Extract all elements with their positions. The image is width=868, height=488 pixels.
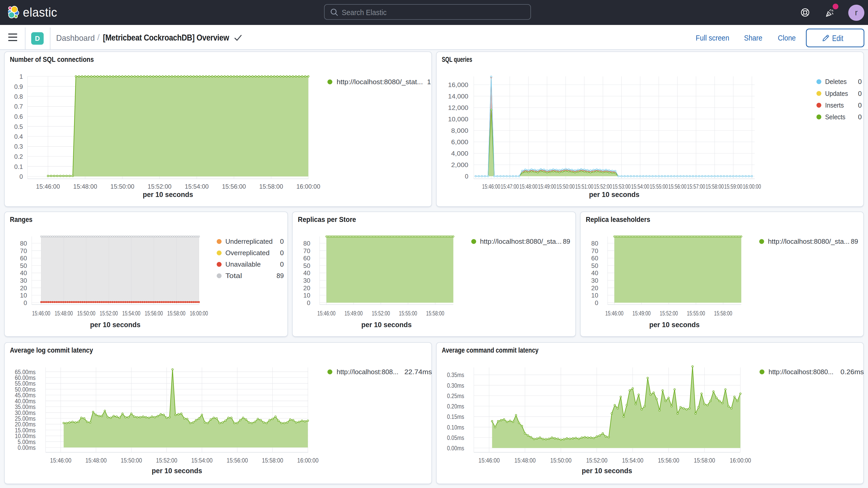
svg-text:0: 0 [307, 299, 310, 306]
svg-text:0: 0 [465, 173, 468, 180]
svg-text:15:50:00: 15:50:00 [557, 183, 575, 190]
svg-text:30: 30 [20, 277, 27, 284]
svg-text:16,000: 16,000 [448, 81, 468, 88]
svg-text:80: 80 [20, 240, 27, 247]
svg-text:0.5: 0.5 [14, 123, 23, 130]
svg-text:0.20ms: 0.20ms [447, 403, 464, 410]
svg-text:http://localhost:8080/_sta...: http://localhost:8080/_sta... [480, 238, 562, 245]
svg-text:0: 0 [858, 78, 862, 86]
svg-text:0: 0 [595, 299, 598, 306]
svg-text:Deletes: Deletes [825, 78, 847, 86]
svg-text:per 10 seconds: per 10 seconds [589, 191, 640, 199]
svg-text:15:57:00: 15:57:00 [687, 183, 705, 190]
svg-text:2,000: 2,000 [451, 161, 468, 169]
svg-text:15:54:00: 15:54:00 [122, 310, 140, 317]
svg-text:15:50:00: 15:50:00 [111, 183, 134, 190]
svg-text:per 10 seconds: per 10 seconds [582, 467, 632, 475]
svg-text:15:54:00: 15:54:00 [185, 183, 209, 190]
svg-text:Underreplicated: Underreplicated [225, 238, 273, 245]
svg-text:15:52:00: 15:52:00 [156, 457, 177, 464]
svg-text:0.26ms: 0.26ms [840, 368, 864, 376]
svg-text:0.05ms: 0.05ms [447, 434, 464, 441]
svg-text:0.7: 0.7 [14, 103, 23, 110]
svg-text:30: 30 [303, 277, 310, 284]
svg-text:0: 0 [24, 299, 27, 306]
svg-text:0: 0 [280, 261, 284, 268]
svg-text:Average log commit latency: Average log commit latency [10, 346, 93, 354]
svg-text:40: 40 [303, 270, 310, 276]
svg-text:89: 89 [851, 238, 858, 245]
svg-text:Inserts: Inserts [825, 101, 844, 109]
svg-text:60: 60 [20, 255, 27, 262]
svg-text:50: 50 [303, 262, 310, 269]
svg-text:Selects: Selects [825, 113, 845, 121]
svg-text:8,000: 8,000 [451, 127, 468, 134]
svg-text:0.4: 0.4 [14, 133, 23, 140]
svg-text:15:56:00: 15:56:00 [658, 457, 679, 464]
svg-text:0.8: 0.8 [14, 93, 23, 100]
svg-text:15:58:00: 15:58:00 [262, 457, 283, 464]
svg-text:15:52:00: 15:52:00 [659, 310, 678, 317]
svg-text:15:49:00: 15:49:00 [345, 310, 363, 317]
svg-text:Ranges: Ranges [10, 215, 32, 223]
svg-text:15:48:00: 15:48:00 [85, 457, 106, 464]
svg-text:15:54:00: 15:54:00 [631, 183, 649, 190]
svg-text:15:46:00: 15:46:00 [605, 310, 623, 317]
svg-text:0.25ms: 0.25ms [447, 392, 464, 399]
svg-text:15:58:00: 15:58:00 [426, 310, 444, 317]
svg-text:http://localhost:8080...: http://localhost:8080... [769, 368, 833, 376]
svg-text:15:51:00: 15:51:00 [575, 183, 593, 190]
svg-text:16:00:00: 16:00:00 [743, 183, 761, 190]
svg-text:Overreplicated: Overreplicated [225, 249, 270, 257]
svg-text:0: 0 [20, 173, 23, 180]
svg-text:15:46:00: 15:46:00 [478, 457, 500, 464]
svg-text:0.10ms: 0.10ms [447, 424, 464, 431]
svg-text:16:00:00: 16:00:00 [730, 457, 751, 464]
svg-text:15:50:00: 15:50:00 [121, 457, 142, 464]
svg-text:http://localhost:8080/_sta...: http://localhost:8080/_sta... [768, 238, 849, 245]
svg-text:15:56:00: 15:56:00 [669, 183, 687, 190]
svg-text:15:48:00: 15:48:00 [73, 183, 97, 190]
svg-text:10: 10 [20, 292, 27, 299]
svg-text:1: 1 [427, 78, 431, 86]
svg-text:16:00:00: 16:00:00 [190, 310, 208, 317]
svg-text:70: 70 [20, 247, 27, 254]
svg-text:Average command commit latency: Average command commit latency [442, 346, 538, 354]
svg-text:0.00ms: 0.00ms [447, 445, 464, 452]
svg-text:Number of SQL connections: Number of SQL connections [10, 55, 94, 63]
svg-text:per 10 seconds: per 10 seconds [152, 467, 202, 475]
svg-text:15:48:00: 15:48:00 [514, 457, 536, 464]
svg-text:15:48:00: 15:48:00 [519, 183, 537, 190]
svg-text:4,000: 4,000 [451, 150, 468, 157]
svg-text:15:46:00: 15:46:00 [482, 183, 500, 190]
svg-text:89: 89 [563, 238, 570, 245]
svg-text:15:52:00: 15:52:00 [372, 310, 390, 317]
svg-text:0: 0 [280, 249, 284, 257]
svg-text:14,000: 14,000 [448, 93, 468, 100]
svg-text:60: 60 [303, 255, 310, 262]
svg-text:0.1: 0.1 [14, 163, 23, 170]
svg-text:Unavailable: Unavailable [225, 261, 261, 268]
svg-text:15:56:00: 15:56:00 [145, 310, 163, 317]
svg-text:15:52:00: 15:52:00 [594, 183, 612, 190]
svg-text:SQL queries: SQL queries [442, 55, 472, 63]
svg-text:http://localhost:8080/_stat...: http://localhost:8080/_stat... [337, 78, 423, 86]
svg-text:20: 20 [303, 284, 310, 292]
svg-text:10: 10 [591, 292, 598, 299]
svg-text:15:49:00: 15:49:00 [632, 310, 651, 317]
svg-text:0: 0 [280, 238, 284, 245]
svg-text:per 10 seconds: per 10 seconds [649, 321, 700, 329]
svg-text:10: 10 [303, 292, 310, 299]
svg-text:15:46:00: 15:46:00 [317, 310, 336, 317]
svg-text:15:46:00: 15:46:00 [50, 457, 71, 464]
svg-text:20: 20 [591, 284, 598, 292]
svg-text:15:52:00: 15:52:00 [100, 310, 118, 317]
svg-text:50: 50 [20, 262, 27, 269]
svg-text:15:53:00: 15:53:00 [613, 183, 631, 190]
svg-text:15:58:00: 15:58:00 [259, 183, 283, 190]
svg-text:Updates: Updates [825, 90, 848, 97]
svg-text:per 10 seconds: per 10 seconds [361, 321, 412, 329]
svg-text:30: 30 [591, 277, 598, 284]
svg-text:15:54:00: 15:54:00 [622, 457, 644, 464]
svg-text:40: 40 [591, 270, 598, 276]
